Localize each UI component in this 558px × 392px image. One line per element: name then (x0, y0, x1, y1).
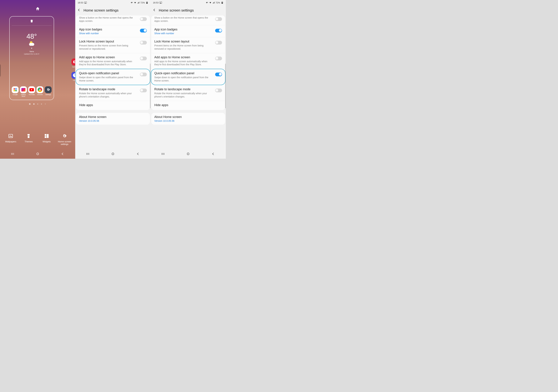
status-bar: 16:53 72% (75, 0, 150, 5)
settings-list[interactable]: Show a button on the Home screen that op… (151, 16, 226, 159)
nav-back[interactable] (136, 152, 140, 157)
toggle-rotate[interactable] (215, 89, 222, 92)
setting-add-apps[interactable]: Add apps to Home screen Add apps to the … (151, 53, 225, 69)
option-home-settings[interactable]: Home screen settings (57, 133, 72, 146)
toggle-add-apps[interactable] (140, 57, 147, 60)
screenshot-indicator-icon (160, 1, 162, 4)
wifi-icon (134, 1, 136, 4)
scrollbar[interactable] (225, 64, 226, 108)
home-page-preview[interactable]: 48° Varna Updated 3/14 11:56 ⟳ (9, 16, 54, 100)
nav-home[interactable] (186, 152, 190, 157)
screenshot-indicator-icon (84, 1, 87, 4)
svg-rect-16 (147, 1, 147, 2)
svg-rect-20 (112, 153, 114, 155)
option-widgets[interactable]: Widgets (39, 133, 54, 146)
battery-percent: 72% (216, 1, 220, 4)
svg-rect-15 (147, 2, 148, 3)
nav-bar (151, 150, 226, 159)
add-page-dot[interactable]: + (45, 103, 46, 105)
nav-back[interactable] (211, 152, 215, 157)
wifi-icon (209, 1, 211, 4)
settings-panel-on: 16:53 72% Home screen settings Show a bu… (151, 0, 226, 159)
svg-rect-11 (37, 153, 39, 155)
app-google[interactable]: Google (11, 86, 19, 97)
settings-header: Home screen settings (75, 5, 150, 16)
setting-about[interactable]: About Home screen Version 10.0.05.56 (76, 113, 150, 125)
setting-rotate[interactable]: Rotate to landscape mode Rotate the Home… (76, 85, 150, 101)
settings-icon (45, 86, 52, 93)
toggle-rotate[interactable] (140, 89, 147, 92)
app-clock[interactable]: Clock (71, 72, 75, 81)
nav-home[interactable] (36, 152, 40, 157)
adjacent-page-right-preview[interactable]: Camera Clock (70, 58, 75, 81)
battery-percent: 72% (140, 1, 145, 4)
trash-icon (30, 19, 34, 23)
weather-widget[interactable]: 48° Varna Updated 3/14 11:56 ⟳ (12, 33, 52, 55)
setting-quick-open[interactable]: Quick-open notification panel Swipe down… (76, 69, 150, 85)
delete-page-button[interactable] (12, 18, 52, 26)
setting-apps-button[interactable]: Show a button on the Home screen that op… (76, 16, 150, 25)
nav-recents[interactable] (11, 152, 14, 157)
toggle-icon-badges[interactable] (140, 29, 147, 33)
toggle-quick-open-on[interactable] (215, 73, 222, 76)
adjacent-page-left-preview[interactable] (0, 64, 1, 77)
setting-add-apps[interactable]: Add apps to Home screen Add apps to the … (76, 53, 150, 69)
setting-hide-apps[interactable]: Hide apps (76, 101, 150, 110)
mute-icon (206, 1, 208, 4)
settings-list[interactable]: Show a button on the Home screen that op… (75, 16, 150, 159)
home-edit-panel: 48° Varna Updated 3/14 11:56 ⟳ (0, 0, 75, 159)
setting-icon-badges[interactable]: App icon badges Show with number (151, 25, 225, 37)
toggle-apps-button[interactable] (140, 17, 147, 21)
setting-rotate[interactable]: Rotate to landscape mode Rotate the Home… (151, 85, 225, 101)
home-page-dot[interactable] (29, 103, 31, 105)
toggle-icon-badges[interactable] (215, 29, 222, 33)
nav-recents[interactable] (161, 152, 165, 157)
weather-city: Varna (12, 50, 52, 52)
nav-back[interactable] (61, 152, 65, 157)
app-galaxy-store[interactable]: Galaxy Store (20, 86, 27, 97)
setting-lock-layout[interactable]: Lock Home screen layout Prevent items on… (151, 37, 225, 53)
toggle-add-apps[interactable] (215, 57, 222, 60)
svg-rect-24 (222, 2, 223, 3)
setting-icon-badges[interactable]: App icon badges Show with number (76, 25, 150, 37)
page-dot-active[interactable] (33, 103, 35, 105)
setting-lock-layout[interactable]: Lock Home screen layout Prevent items on… (76, 37, 150, 53)
setting-hide-apps[interactable]: Hide apps (151, 101, 225, 110)
option-wallpapers[interactable]: Wallpapers (3, 133, 18, 146)
back-button[interactable] (153, 8, 156, 12)
page-title: Home screen settings (83, 8, 118, 12)
app-settings[interactable]: Settings (44, 86, 52, 97)
toggle-apps-button[interactable] (215, 17, 222, 21)
home-icon[interactable] (35, 7, 40, 11)
weather-updated: Updated 3/14 11:56 ⟳ (12, 53, 52, 55)
widgets-icon (44, 133, 49, 139)
page-dot[interactable] (37, 103, 38, 105)
svg-rect-2 (28, 135, 29, 136)
setting-apps-button[interactable]: Show a button on the Home screen that op… (151, 16, 225, 25)
signal-icon (137, 1, 140, 4)
app-camera[interactable]: Camera (71, 58, 75, 68)
svg-rect-5 (45, 134, 46, 136)
battery-icon (221, 1, 223, 4)
toggle-quick-open-off[interactable] (140, 73, 147, 76)
nav-recents[interactable] (86, 152, 90, 157)
setting-about[interactable]: About Home screen Version 10.0.05.56 (151, 113, 225, 125)
svg-rect-29 (187, 153, 189, 155)
back-button[interactable] (77, 8, 81, 12)
svg-rect-3 (29, 135, 29, 136)
toggle-lock-layout[interactable] (140, 41, 147, 44)
page-indicator[interactable]: + (29, 103, 46, 105)
setting-quick-open[interactable]: Quick-open notification panel Swipe down… (151, 69, 226, 85)
status-bar: 16:53 72% (151, 0, 226, 5)
svg-rect-6 (47, 134, 49, 138)
option-themes[interactable]: Themes (21, 133, 36, 146)
toggle-lock-layout[interactable] (215, 41, 222, 44)
settings-panel-off: 16:53 72% Home screen settings Show a bu… (75, 0, 150, 159)
svg-rect-4 (28, 136, 29, 138)
page-dot[interactable] (41, 103, 42, 105)
app-youtube[interactable]: YouTube (28, 86, 35, 97)
nav-bar (75, 150, 150, 159)
nav-home[interactable] (111, 152, 115, 157)
app-chrome[interactable]: Chrome (36, 86, 44, 97)
battery-icon (146, 1, 148, 4)
